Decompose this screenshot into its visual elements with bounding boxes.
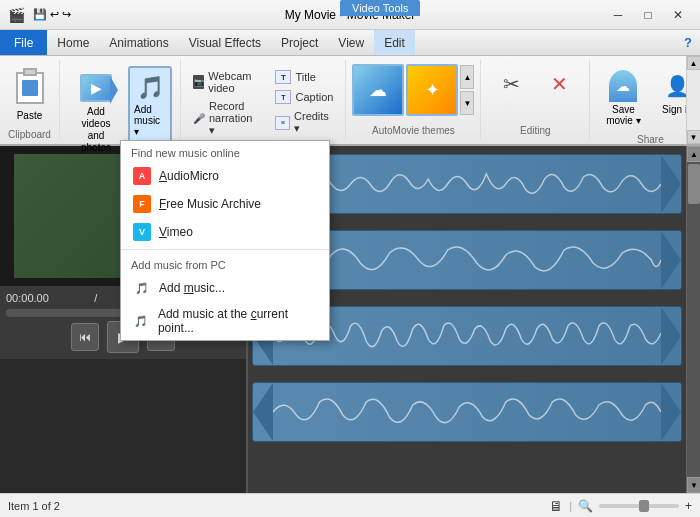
caption-label: Caption (295, 91, 333, 103)
theme-item-1[interactable]: ☁ (352, 64, 404, 116)
ribbon-scroll-up[interactable]: ▲ (687, 56, 701, 70)
vimeo-icon: V (133, 223, 151, 241)
dropdown-vimeo[interactable]: V Vimeo (121, 218, 329, 246)
scrollbar-down[interactable]: ▼ (687, 477, 700, 493)
narration-icon: 🎤 (193, 112, 205, 126)
zoom-slider[interactable] (599, 504, 679, 508)
editing-section: ✂ ✕ Editing (481, 60, 590, 140)
waveform-svg-2 (273, 235, 661, 285)
add-music-button[interactable]: 🎵 Add music ▾ (128, 66, 172, 143)
save-movie-button[interactable]: ☁ Save movie ▾ (598, 64, 648, 130)
status-item-info: Item 1 of 2 (8, 500, 60, 512)
paste-icon (12, 68, 48, 108)
set-start-icon: ✕ (543, 68, 575, 100)
timeline-scrollbar[interactable]: ▲ ▼ (686, 146, 700, 493)
menu-animations[interactable]: Animations (99, 30, 178, 55)
ribbon-scrollbar[interactable]: ▲ ▼ (686, 56, 700, 144)
webcam-label: Webcam video (208, 70, 259, 94)
maximize-button[interactable]: □ (634, 5, 662, 25)
title-button[interactable]: T Title (271, 68, 337, 86)
waveform-svg-3 (273, 311, 661, 361)
dropdown-separator (121, 249, 329, 250)
paste-button[interactable]: Paste (4, 64, 56, 125)
waveform-svg-4 (273, 387, 661, 437)
track4-arrow-right (661, 383, 681, 441)
track1-arrow-right (661, 155, 681, 213)
scrollbar-track[interactable] (687, 162, 700, 477)
add-music-item-icon: 🎵 (133, 279, 151, 297)
credits-button[interactable]: ≡ Credits ▾ (271, 108, 337, 137)
prev-frame-button[interactable]: ⏮ (71, 323, 99, 351)
theme-nav: ▲ ▼ (460, 65, 474, 115)
add-videos-button[interactable]: ▶ Add videosand photos (68, 66, 124, 158)
record-narration-button[interactable]: 🎤 Record narration ▾ (189, 98, 263, 139)
menu-visual-effects[interactable]: Visual Effects (179, 30, 271, 55)
title-label: Title (295, 71, 315, 83)
dropdown-section1-label: Find new music online (121, 141, 329, 162)
save-movie-label: Save movie ▾ (604, 104, 642, 126)
track4-waveform (273, 383, 661, 441)
zoom-in-icon[interactable]: + (685, 499, 692, 513)
save-movie-icon: ☁ (607, 68, 639, 104)
webcam-icon: 📷 (193, 75, 204, 89)
title-bar-left: 🎬 💾 ↩ ↪ (8, 7, 71, 23)
cut-tool-button[interactable]: ✂ (489, 64, 533, 104)
scissors-icon: ✂ (495, 68, 527, 100)
webcam-video-button[interactable]: 📷 Webcam video (189, 68, 263, 96)
minimize-button[interactable]: ─ (604, 5, 632, 25)
clipboard-label: Clipboard (8, 125, 51, 140)
ribbon-add-group: ▶ Add videosand photos 🎵 Add music ▾ (60, 60, 181, 140)
track1-waveform (273, 155, 661, 213)
zoom-out-icon[interactable]: 🔍 (578, 499, 593, 513)
ribbon-clipboard-group: Paste Clipboard (0, 60, 60, 140)
scrollbar-thumb[interactable] (688, 164, 700, 204)
ribbon: Paste Clipboard ▶ Add videosand photos 🎵 (0, 56, 700, 146)
narration-label: Record narration ▾ (209, 100, 259, 137)
scrollbar-up[interactable]: ▲ (687, 146, 700, 162)
automovie-label: AutoMovie themes (352, 121, 474, 136)
current-time: 00:00.00 (6, 292, 49, 305)
caption-button[interactable]: T Caption (271, 88, 337, 106)
dropdown-add-music[interactable]: 🎵 Add music... (121, 274, 329, 302)
dropdown-audiomicro[interactable]: A AudioMicro (121, 162, 329, 190)
status-icon-1[interactable]: 🖥 (549, 498, 563, 514)
menu-edit[interactable]: Edit (374, 30, 415, 55)
waveform-svg-1 (273, 159, 661, 209)
paste-label: Paste (17, 110, 43, 121)
menu-project[interactable]: Project (271, 30, 328, 55)
dropdown-fma[interactable]: F Free Music Archive (121, 190, 329, 218)
fma-icon: F (133, 195, 151, 213)
editing-items: ✂ ✕ (489, 64, 581, 104)
track4-arrow-left (253, 383, 273, 441)
menu-help[interactable]: ? (676, 31, 700, 54)
zoom-thumb[interactable] (639, 500, 649, 512)
menu-bar: File Home Animations Visual Effects Proj… (0, 30, 700, 56)
menu-home[interactable]: Home (47, 30, 99, 55)
track2-waveform (273, 231, 661, 289)
title-icon: T (275, 70, 291, 84)
window-controls[interactable]: ─ □ ✕ (604, 5, 692, 25)
menu-file[interactable]: File (0, 30, 47, 55)
title-bar: 🎬 💾 ↩ ↪ My Movie - Movie Maker Video Too… (0, 0, 700, 30)
track2-arrow-right (661, 231, 681, 289)
app-icon: 🎬 (8, 7, 25, 23)
menu-view[interactable]: View (328, 30, 374, 55)
timeline-track-4[interactable] (252, 382, 682, 442)
add-music-dropdown: Find new music online A AudioMicro F Fre… (120, 140, 330, 341)
add-music-current-icon: 🎵 (133, 312, 150, 330)
add-music-item-label: Add music... (159, 281, 225, 295)
theme-nav-up[interactable]: ▲ (460, 65, 474, 89)
video-tools-badge: Video Tools (340, 0, 420, 16)
automovie-themes: ☁ ✦ ▲ ▼ (352, 64, 474, 116)
theme-nav-down[interactable]: ▼ (460, 91, 474, 115)
ribbon-scroll-down[interactable]: ▼ (687, 130, 701, 144)
set-start-button[interactable]: ✕ (537, 64, 581, 104)
automovie-section: ☁ ✦ ▲ ▼ AutoMovie themes (346, 60, 481, 140)
dropdown-add-music-current[interactable]: 🎵 Add music at the current point... (121, 302, 329, 340)
quick-access-icons: 💾 ↩ ↪ (33, 8, 71, 21)
share-label: Share (598, 130, 700, 145)
theme-item-2[interactable]: ✦ (406, 64, 458, 116)
close-button[interactable]: ✕ (664, 5, 692, 25)
audiomicro-icon: A (133, 167, 151, 185)
editing-label: Editing (489, 121, 581, 136)
